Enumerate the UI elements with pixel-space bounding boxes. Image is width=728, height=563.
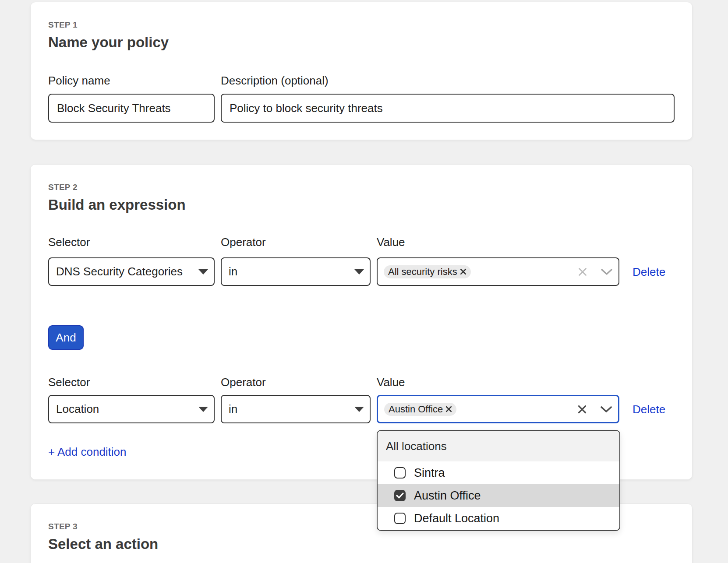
condition2-labels: Selector Operator Value bbox=[48, 375, 675, 389]
step1-label: STEP 1 bbox=[48, 20, 675, 30]
condition2-value-multiselect[interactable]: Austin Office bbox=[377, 395, 619, 423]
condition1-selector-value: DNS Security Categories bbox=[56, 265, 183, 278]
clear-value-icon[interactable] bbox=[578, 405, 587, 414]
condition2-tag-text: Austin Office bbox=[389, 404, 443, 415]
operator-label: Operator bbox=[221, 235, 371, 249]
caret-down-icon bbox=[354, 407, 364, 412]
policy-builder-page: STEP 1 Name your policy Policy name Desc… bbox=[0, 0, 728, 563]
description-input[interactable] bbox=[221, 94, 675, 123]
policy-name-label: Policy name bbox=[48, 74, 215, 88]
step3-title: Select an action bbox=[48, 535, 675, 553]
condition2-selector-value: Location bbox=[56, 402, 99, 416]
remove-tag-icon[interactable] bbox=[445, 406, 452, 412]
policy-name-field: Policy name bbox=[48, 74, 215, 123]
and-button[interactable]: And bbox=[48, 325, 84, 350]
description-field: Description (optional) bbox=[221, 74, 675, 123]
location-dropdown-panel: All locations Sintra Austin Office Defau… bbox=[377, 430, 620, 531]
caret-down-icon bbox=[354, 269, 364, 274]
clear-value-icon[interactable] bbox=[578, 267, 587, 276]
location-option-label: Austin Office bbox=[414, 489, 481, 503]
condition1-operator-select[interactable]: in bbox=[221, 257, 371, 286]
condition2-row: Location in Austin Office bbox=[48, 395, 675, 423]
condition2-operator-select[interactable]: in bbox=[221, 395, 371, 423]
location-option-default-location[interactable]: Default Location bbox=[378, 507, 619, 530]
caret-down-icon bbox=[198, 407, 208, 412]
step1-fields-row: Policy name Description (optional) bbox=[48, 74, 675, 123]
step2-title: Build an expression bbox=[48, 196, 675, 214]
location-dropdown-header: All locations bbox=[378, 431, 619, 461]
step2-label: STEP 2 bbox=[48, 182, 675, 193]
remove-tag-icon[interactable] bbox=[460, 268, 466, 275]
description-label: Description (optional) bbox=[221, 74, 675, 88]
condition2-value-tag: Austin Office bbox=[384, 403, 456, 416]
chevron-down-icon[interactable] bbox=[601, 269, 612, 275]
condition1-value-multiselect[interactable]: All security risks bbox=[377, 257, 619, 286]
caret-down-icon bbox=[198, 269, 208, 274]
location-option-label: Sintra bbox=[414, 466, 445, 480]
step1-title: Name your policy bbox=[48, 34, 675, 51]
condition1-row: DNS Security Categories in All security … bbox=[48, 257, 675, 286]
condition2-operator-value: in bbox=[229, 402, 237, 416]
condition1-tag-text: All security risks bbox=[388, 266, 457, 278]
condition1-value-tag: All security risks bbox=[384, 265, 471, 278]
selector-label: Selector bbox=[48, 375, 215, 389]
selector-label: Selector bbox=[48, 235, 215, 249]
add-condition-link[interactable]: + Add condition bbox=[48, 445, 127, 459]
checkbox-checked-icon[interactable] bbox=[394, 490, 406, 501]
chevron-down-icon[interactable] bbox=[601, 406, 612, 412]
condition1-delete-link[interactable]: Delete bbox=[633, 265, 665, 279]
condition1-operator-value: in bbox=[229, 265, 237, 278]
condition2-selector-select[interactable]: Location bbox=[48, 395, 215, 423]
value-label: Value bbox=[377, 235, 619, 249]
step1-card: STEP 1 Name your policy Policy name Desc… bbox=[30, 2, 693, 140]
location-option-austin-office[interactable]: Austin Office bbox=[378, 484, 619, 507]
location-option-label: Default Location bbox=[414, 512, 499, 525]
operator-label: Operator bbox=[221, 375, 371, 389]
condition1-labels: Selector Operator Value bbox=[48, 235, 675, 249]
condition1-selector-select[interactable]: DNS Security Categories bbox=[48, 257, 215, 286]
checkbox-unchecked-icon[interactable] bbox=[394, 467, 406, 479]
checkbox-unchecked-icon[interactable] bbox=[394, 513, 406, 524]
location-option-sintra[interactable]: Sintra bbox=[378, 461, 619, 484]
policy-name-input[interactable] bbox=[48, 94, 215, 123]
value-label: Value bbox=[377, 375, 619, 389]
condition2-delete-link[interactable]: Delete bbox=[633, 402, 665, 416]
